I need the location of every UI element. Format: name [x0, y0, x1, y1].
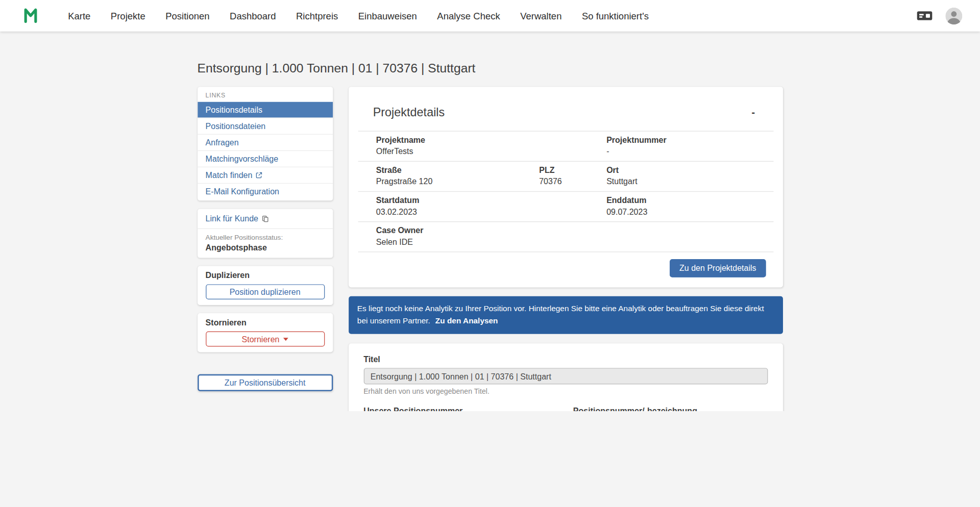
titel-label: Titel: [363, 354, 768, 364]
enddatum-label: Enddatum: [606, 196, 765, 205]
page-content: Entsorgung | 1.000 Tonnen | 01 | 70376 |…: [0, 32, 980, 411]
nav-item-so-funktionierts[interactable]: So funktioniert's: [574, 7, 656, 25]
nav-item-einbauweisen[interactable]: Einbauweisen: [351, 7, 425, 25]
nav-item-verwalten[interactable]: Verwalten: [512, 7, 569, 25]
sidebar-item-matchingvorschlaege[interactable]: Matchingvorschläge: [198, 150, 333, 167]
banner-text: Es liegt noch keine Analytik zu Ihrer Po…: [357, 305, 764, 325]
copy-icon: [262, 215, 269, 222]
bezeichnung-label: Positionsnummer/-bezeichnung: [573, 407, 768, 411]
top-navbar: Karte Projekte Positionen Dashboard Rich…: [0, 0, 980, 32]
projektname-label: Projektname: [376, 135, 589, 144]
user-avatar[interactable]: [945, 7, 962, 24]
bezeichnung-group: Positionsnummer/-bezeichnung Z.B. Intern…: [573, 407, 768, 411]
position-status: Aktueller Positionsstatus: Angebotsphase: [198, 229, 333, 258]
match-finden-label: Match finden: [206, 170, 253, 181]
titel-group: Titel Erhält den von uns vorgegebenen Ti…: [363, 354, 768, 395]
external-link-icon: [256, 172, 263, 179]
positionsnummer-group: Unsere Positionsnummer Erhält eine syste…: [363, 407, 558, 411]
sidebar-item-positionsdetails[interactable]: Positionsdetails: [198, 102, 333, 118]
customer-status-card: Link für Kunde Aktueller Positionsstatus…: [198, 209, 333, 258]
sidebar-item-positionsdateien[interactable]: Positionsdateien: [198, 118, 333, 134]
projektnummer-label: Projektnummer: [606, 135, 765, 144]
customer-link[interactable]: Link für Kunde: [198, 209, 333, 229]
project-details-table: Projektname OfferTests Projektnummer -: [358, 131, 773, 252]
sidebar-item-match-finden[interactable]: Match finden: [198, 167, 333, 183]
duplicate-header: Duplizieren: [206, 270, 325, 280]
card-reader-icon[interactable]: [916, 9, 933, 22]
chevron-down-icon: [283, 338, 288, 341]
project-details-title: Projektdetails: [373, 106, 445, 119]
titel-input: [363, 368, 768, 384]
status-value: Angebotsphase: [206, 243, 325, 252]
ort-value: Stuttgart: [606, 177, 765, 186]
sidebar-item-email-konfiguration[interactable]: E-Mail Konfiguration: [198, 183, 333, 199]
analyses-link[interactable]: Zu den Analysen: [435, 316, 498, 325]
brand-logo[interactable]: [22, 5, 41, 26]
table-row: Case Owner Selen IDE: [358, 221, 773, 252]
cancel-header: Stornieren: [206, 318, 325, 327]
status-label: Aktueller Positionsstatus:: [206, 233, 325, 241]
main-nav: Karte Projekte Positionen Dashboard Rich…: [60, 7, 656, 25]
plz-label: PLZ: [539, 165, 589, 174]
collapse-button[interactable]: -: [749, 106, 757, 119]
customer-link-label: Link für Kunde: [206, 214, 258, 223]
sidebar: LINKS Positionsdetails Positionsdateien …: [198, 87, 333, 391]
case-owner-label: Case Owner: [376, 226, 765, 235]
analytics-info-banner: Es liegt noch keine Analytik zu Ihrer Po…: [349, 296, 783, 334]
position-form-card: Titel Erhält den von uns vorgegebenen Ti…: [349, 343, 783, 411]
startdatum-label: Startdatum: [376, 196, 589, 205]
nav-item-analyse-check[interactable]: Analyse Check: [430, 7, 508, 25]
projektnummer-value: -: [606, 146, 765, 156]
project-details-card: Projektdetails - Projektname OfferTests: [349, 87, 783, 287]
main-column: Projektdetails - Projektname OfferTests: [349, 87, 783, 411]
sidebar-item-anfragen[interactable]: Anfragen: [198, 134, 333, 150]
cancel-position-button[interactable]: Stornieren: [206, 332, 325, 347]
position-overview-button[interactable]: Zur Positionsübersicht: [198, 374, 333, 391]
navbar-right: [916, 7, 962, 24]
positionsnummer-label: Unsere Positionsnummer: [363, 407, 558, 411]
sidebar-links-card: LINKS Positionsdetails Positionsdateien …: [198, 87, 333, 200]
links-header: LINKS: [198, 87, 333, 102]
duplicate-card: Duplizieren Position duplizieren: [198, 266, 333, 305]
page-title: Entsorgung | 1.000 Tonnen | 01 | 70376 |…: [198, 60, 783, 75]
project-details-button[interactable]: Zu den Projektdetails: [670, 259, 766, 277]
app-viewport: Karte Projekte Positionen Dashboard Rich…: [0, 0, 980, 411]
titel-helper: Erhält den von uns vorgegebenen Titel.: [363, 388, 768, 395]
table-row: Straße Pragstraße 120 PLZ 70376 Ort Stut…: [358, 161, 773, 191]
nav-item-projekte[interactable]: Projekte: [103, 7, 153, 25]
strasse-label: Straße: [376, 165, 522, 174]
case-owner-value: Selen IDE: [376, 237, 765, 246]
table-row: Startdatum 03.02.2023 Enddatum 09.07.202…: [358, 191, 773, 221]
projektname-value: OfferTests: [376, 146, 589, 156]
duplicate-position-button[interactable]: Position duplizieren: [206, 284, 325, 299]
cancel-button-label: Stornieren: [242, 335, 280, 343]
table-row: Projektname OfferTests Projektnummer -: [358, 131, 773, 161]
strasse-value: Pragstraße 120: [376, 177, 522, 186]
mineral-minds-logo-icon: [22, 5, 41, 26]
ort-label: Ort: [606, 165, 765, 174]
nav-item-richtpreis[interactable]: Richtpreis: [288, 7, 346, 25]
plz-value: 70376: [539, 177, 589, 186]
nav-item-karte[interactable]: Karte: [60, 7, 98, 25]
startdatum-value: 03.02.2023: [376, 207, 589, 216]
nav-item-positionen[interactable]: Positionen: [158, 7, 217, 25]
enddatum-value: 09.07.2023: [606, 207, 765, 216]
cancel-card: Stornieren Stornieren: [198, 313, 333, 352]
nav-item-dashboard[interactable]: Dashboard: [222, 7, 283, 25]
